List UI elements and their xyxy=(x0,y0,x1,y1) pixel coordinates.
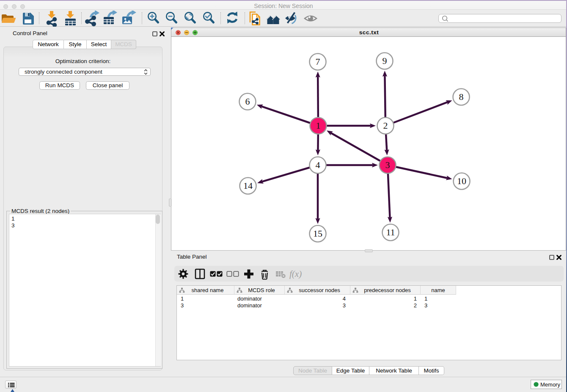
svg-text:Memory: Memory xyxy=(540,381,560,388)
svg-text:8: 8 xyxy=(459,91,464,102)
svg-text:f(x): f(x) xyxy=(289,269,302,279)
svg-text:9: 9 xyxy=(383,55,387,66)
svg-text:2: 2 xyxy=(383,120,388,131)
svg-text:10: 10 xyxy=(457,176,466,186)
svg-text:3: 3 xyxy=(385,160,390,170)
svg-text:4: 4 xyxy=(316,160,320,170)
svg-text:15: 15 xyxy=(313,228,322,239)
svg-text:6: 6 xyxy=(245,96,250,107)
svg-text:11: 11 xyxy=(386,227,395,237)
svg-text:7: 7 xyxy=(316,56,320,67)
svg-text:1: 1 xyxy=(316,120,321,131)
svg-text:14: 14 xyxy=(243,180,253,191)
